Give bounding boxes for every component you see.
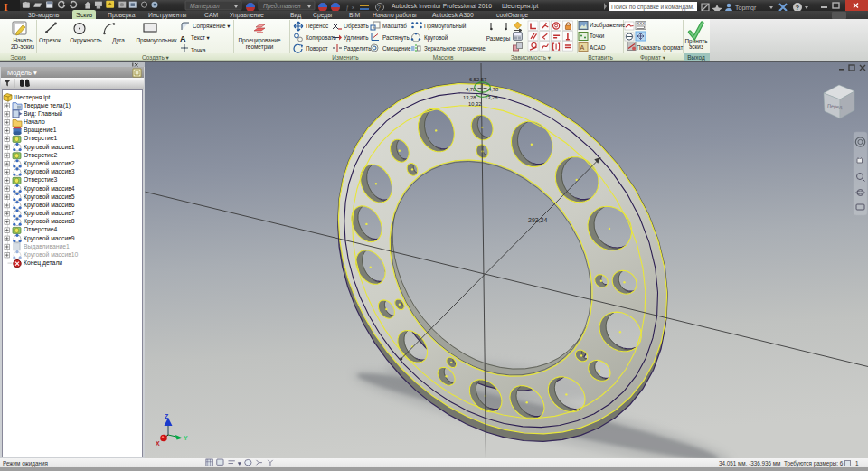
svg-text:Z: Z (165, 413, 169, 419)
svg-text:A: A (580, 44, 585, 51)
svg-text:Перед: Перед (827, 103, 843, 109)
svg-text:293,24: 293,24 (528, 217, 548, 223)
svg-text:X: X (156, 440, 160, 447)
svg-text:13,28: 13,28 (485, 95, 498, 100)
svg-text:2,57: 2,57 (476, 77, 486, 82)
svg-text:A: A (180, 34, 186, 43)
svg-text:Y: Y (184, 435, 188, 441)
svg-text:13,28: 13,28 (463, 95, 476, 100)
svg-text:XXX: XXX (637, 22, 645, 26)
svg-text:6,5: 6,5 (469, 77, 476, 82)
svg-text:10,32: 10,32 (468, 101, 482, 107)
